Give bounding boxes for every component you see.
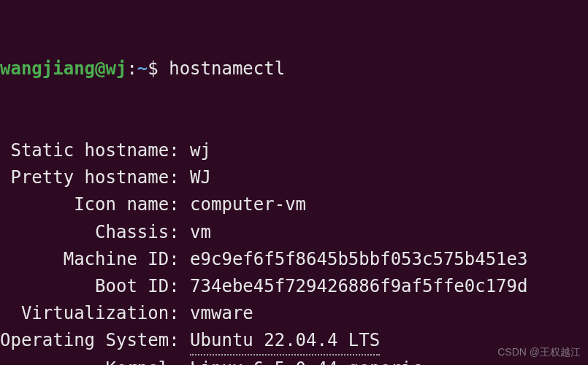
output-value: wj	[190, 137, 211, 164]
output-row: Pretty hostname: WJ	[0, 164, 588, 191]
output-key: Icon name:	[0, 191, 190, 218]
output-value: 734ebe45f729426886f9af5ffe0c179d	[190, 273, 527, 300]
output-row: Icon name: computer-vm	[0, 191, 588, 218]
terminal-output: wangjiang@wj:~$ hostnamectl Static hostn…	[0, 1, 588, 365]
prompt-host: wj	[106, 55, 127, 82]
output-value: vm	[190, 219, 211, 246]
output-row: Static hostname: wj	[0, 137, 588, 164]
command-text: hostnamectl	[169, 55, 285, 82]
output-row: Boot ID: 734ebe45f729426886f9af5ffe0c179…	[0, 273, 588, 300]
output-key: Machine ID:	[0, 246, 190, 273]
output-row: Machine ID: e9c9ef6f5f8645b5bbf053c575b4…	[0, 246, 588, 273]
output-key: Pretty hostname:	[0, 164, 190, 191]
output-row: Chassis: vm	[0, 219, 588, 246]
output-row: Virtualization: vmware	[0, 300, 588, 327]
output-key: Chassis:	[0, 219, 190, 246]
output-key: Kernel:	[0, 356, 190, 365]
output-value: computer-vm	[190, 191, 306, 218]
prompt-dollar: $	[148, 55, 169, 82]
output-value: Linux 6.5.0-44-generic	[190, 356, 422, 365]
output-value: WJ	[190, 164, 211, 191]
output-value: e9c9ef6f5f8645b5bbf053c575b451e3	[190, 246, 527, 273]
output-key: Static hostname:	[0, 137, 190, 164]
output-key: Virtualization:	[0, 300, 190, 327]
output-block: Static hostname: wj Pretty hostname: WJ …	[0, 137, 588, 365]
prompt-user: wangjiang	[0, 55, 95, 82]
output-key: Operating System:	[0, 327, 190, 356]
prompt-path: ~	[137, 55, 148, 82]
prompt-at: @	[95, 55, 105, 82]
output-value: Ubuntu 22.04.4 LTS	[190, 327, 380, 356]
output-value: vmware	[190, 300, 253, 327]
watermark: CSDN @王权越江	[497, 345, 581, 361]
output-key: Boot ID:	[0, 273, 190, 300]
prompt-line[interactable]: wangjiang@wj:~$ hostnamectl	[0, 55, 588, 82]
prompt-colon: :	[126, 55, 137, 82]
